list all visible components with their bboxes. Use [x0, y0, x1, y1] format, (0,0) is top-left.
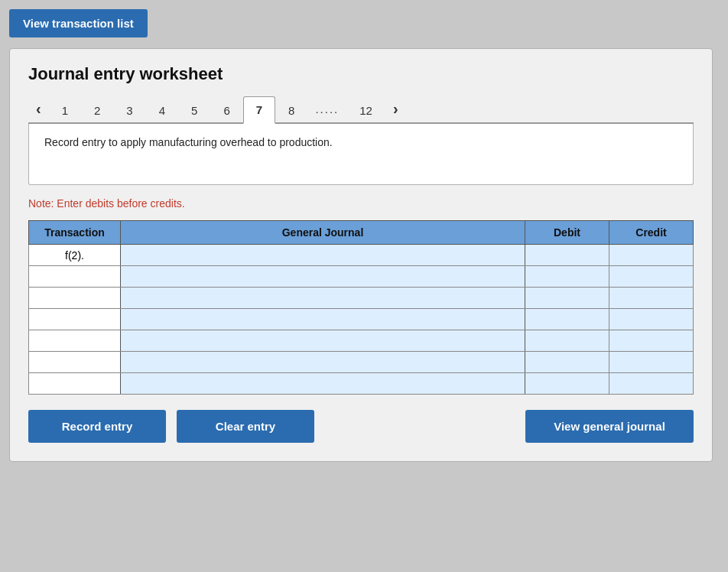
debit-input-cell-0[interactable] — [525, 245, 609, 266]
debit-input-1[interactable] — [530, 268, 604, 285]
journal-input-6[interactable] — [125, 375, 520, 392]
table-row — [29, 352, 694, 373]
table-row: f(2). — [29, 245, 694, 266]
debit-input-0[interactable] — [530, 246, 604, 264]
note-text: Note: Enter debits before credits. — [28, 197, 694, 210]
tab-6[interactable]: 6 — [210, 97, 242, 123]
credit-input-1[interactable] — [614, 268, 688, 285]
credit-input-4[interactable] — [614, 332, 688, 349]
credit-input-cell-1[interactable] — [609, 266, 694, 288]
tab-3[interactable]: 3 — [113, 97, 145, 123]
col-general-journal: General Journal — [121, 221, 525, 245]
transaction-cell-3 — [29, 309, 121, 330]
next-tab-arrow[interactable]: › — [385, 96, 406, 122]
bottom-buttons: Record entry Clear entry View general jo… — [28, 410, 694, 443]
credit-input-cell-3[interactable] — [609, 309, 694, 330]
debit-input-3[interactable] — [530, 310, 604, 328]
transaction-cell-1 — [29, 266, 121, 288]
main-panel: Journal entry worksheet ‹ 1 2 3 4 5 6 7 … — [9, 48, 713, 462]
table-row — [29, 288, 694, 309]
transaction-cell-4 — [29, 330, 121, 352]
journal-input-2[interactable] — [125, 289, 520, 307]
table-row — [29, 330, 694, 352]
credit-input-cell-4[interactable] — [609, 330, 694, 352]
transaction-cell-2 — [29, 288, 121, 309]
description-box: Record entry to apply manufacturing over… — [28, 124, 694, 185]
debit-input-cell-1[interactable] — [525, 266, 609, 288]
debit-input-cell-5[interactable] — [525, 352, 609, 373]
journal-input-cell-5[interactable] — [121, 352, 525, 373]
credit-input-2[interactable] — [614, 289, 688, 307]
credit-input-cell-5[interactable] — [609, 352, 694, 373]
view-general-journal-button[interactable]: View general journal — [525, 410, 694, 443]
record-entry-button[interactable]: Record entry — [28, 410, 166, 443]
debit-input-cell-6[interactable] — [525, 373, 609, 395]
journal-input-cell-4[interactable] — [121, 330, 525, 352]
debit-input-6[interactable] — [530, 375, 604, 392]
journal-input-3[interactable] — [125, 310, 520, 328]
view-transaction-button[interactable]: View transaction list — [9, 9, 148, 37]
debit-input-cell-3[interactable] — [525, 309, 609, 330]
col-transaction: Transaction — [29, 221, 121, 245]
journal-input-0[interactable] — [125, 246, 520, 264]
credit-input-cell-0[interactable] — [609, 245, 694, 266]
description-text: Record entry to apply manufacturing over… — [44, 136, 333, 148]
journal-input-4[interactable] — [125, 332, 520, 349]
tab-8[interactable]: 8 — [275, 97, 307, 123]
debit-input-5[interactable] — [530, 353, 604, 371]
tab-navigation: ‹ 1 2 3 4 5 6 7 8 ..... 12 › — [28, 95, 694, 124]
credit-input-6[interactable] — [614, 375, 688, 392]
journal-input-cell-2[interactable] — [121, 288, 525, 309]
journal-input-cell-0[interactable] — [121, 245, 525, 266]
tab-2[interactable]: 2 — [81, 97, 113, 123]
journal-input-cell-1[interactable] — [121, 266, 525, 288]
transaction-cell-5 — [29, 352, 121, 373]
journal-input-5[interactable] — [125, 353, 520, 371]
tab-7[interactable]: 7 — [243, 96, 275, 124]
col-credit: Credit — [609, 221, 694, 245]
credit-input-3[interactable] — [614, 310, 688, 328]
transaction-cell-0: f(2). — [29, 245, 121, 266]
tab-1[interactable]: 1 — [49, 97, 81, 123]
tab-12[interactable]: 12 — [346, 97, 385, 123]
credit-input-cell-6[interactable] — [609, 373, 694, 395]
debit-input-2[interactable] — [530, 289, 604, 307]
col-debit: Debit — [525, 221, 609, 245]
debit-input-cell-2[interactable] — [525, 288, 609, 309]
journal-input-cell-6[interactable] — [121, 373, 525, 395]
journal-input-cell-3[interactable] — [121, 309, 525, 330]
table-row — [29, 309, 694, 330]
tab-ellipsis: ..... — [307, 96, 346, 122]
debit-input-4[interactable] — [530, 332, 604, 349]
journal-table: Transaction General Journal Debit Credit… — [28, 220, 694, 395]
debit-input-cell-4[interactable] — [525, 330, 609, 352]
prev-tab-arrow[interactable]: ‹ — [28, 96, 49, 122]
credit-input-0[interactable] — [614, 246, 688, 264]
transaction-cell-6 — [29, 373, 121, 395]
table-row — [29, 266, 694, 288]
clear-entry-button[interactable]: Clear entry — [177, 410, 314, 443]
credit-input-5[interactable] — [614, 353, 688, 371]
tab-4[interactable]: 4 — [146, 97, 178, 123]
worksheet-title: Journal entry worksheet — [28, 64, 694, 84]
journal-input-1[interactable] — [125, 268, 520, 285]
credit-input-cell-2[interactable] — [609, 288, 694, 309]
table-row — [29, 373, 694, 395]
tab-5[interactable]: 5 — [178, 97, 210, 123]
